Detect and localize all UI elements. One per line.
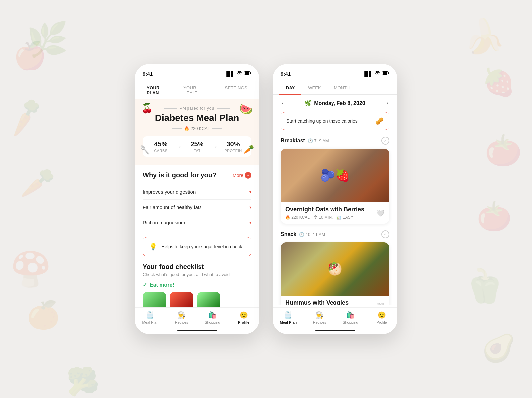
oats-info-row: Overnight Oats with Berries 🔥 220 KCAL ⏱… xyxy=(285,206,385,220)
deco-watermelon: 🍉 xyxy=(239,103,253,115)
prepared-label: Prepared for you xyxy=(143,106,251,111)
benefit-digestion[interactable]: Improves your digestion ▾ xyxy=(143,184,251,200)
oats-heart[interactable]: 🤍 xyxy=(376,209,385,217)
tab-day[interactable]: DAY xyxy=(279,81,301,94)
tip-box: 💡 Helps to keep your sugar level in chec… xyxy=(143,237,251,256)
wifi-icon-right xyxy=(375,71,380,76)
phone-left: 9:41 ▐▌▌ YOUR PLAN YOUR H xyxy=(135,64,259,334)
tip-text: Helps to keep your sugar level in check xyxy=(161,244,242,249)
date-nav: ← 🌿 Monday, Feb 8, 2020 → xyxy=(273,95,397,112)
shopping-label: Shopping xyxy=(205,320,220,324)
date-display: 🌿 Monday, Feb 8, 2020 xyxy=(305,100,365,106)
meal-plan-icon-right: 🗒️ xyxy=(284,311,292,319)
bottom-nav-left: 🗒️ Meal Plan 👨‍🍳 Recipes 🛍️ Shopping 🙂 P… xyxy=(135,307,259,334)
date-text-value: Monday, Feb 8, 2020 xyxy=(314,100,365,106)
calorie-icon: 🥜 xyxy=(375,117,384,125)
oats-info: Overnight Oats with Berries 🔥 220 KCAL ⏱… xyxy=(281,202,389,224)
why-section-header: Why is it good for you? More → xyxy=(143,171,251,179)
tab-settings[interactable]: SETTINGS xyxy=(220,81,253,99)
breakfast-time: 🕐 7–9 AM xyxy=(308,138,329,143)
fat-pct: 25% xyxy=(179,140,215,148)
more-link[interactable]: More → xyxy=(233,172,251,179)
nav-meal-plan-right[interactable]: 🗒️ Meal Plan xyxy=(273,311,304,324)
recipes-label: Recipes xyxy=(175,320,188,324)
status-icons-right: ▐▌▌ xyxy=(363,71,389,76)
snack-card[interactable]: Hummus with Veggies 🔥 150 KCAL ⏱ 5 MIN. … xyxy=(281,242,389,305)
benefit-magnesium-text: Rich in magnesium xyxy=(143,220,185,225)
chevron-down-icon: ▾ xyxy=(249,190,251,194)
why-title: Why is it good for you? xyxy=(143,171,216,179)
recipes-icon: 👨‍🍳 xyxy=(177,311,186,319)
tab-month[interactable]: MONTH xyxy=(328,81,357,94)
meal-plan-label-right: Meal Plan xyxy=(280,320,297,324)
hummus-heart[interactable]: 🤍 xyxy=(376,302,385,305)
eat-more-label: ✓ Eat more! xyxy=(143,282,251,288)
breakfast-check[interactable]: ✓ xyxy=(381,137,389,145)
nav-profile-right[interactable]: 🙂 Profile xyxy=(366,311,397,324)
home-indicator-left xyxy=(177,330,217,331)
macro-protein: 30% PROTEIN xyxy=(215,140,251,153)
kcal-label: 🔥 220 KCAL xyxy=(143,126,251,131)
status-icons-left: ▐▌▌ xyxy=(225,71,251,76)
day-view-tabs: DAY WEEK MONTH xyxy=(273,81,397,95)
meal-header-snack: Snack 🕐 10–11 AM ✓ xyxy=(281,230,389,238)
breakfast-card[interactable]: Overnight Oats with Berries 🔥 220 KCAL ⏱… xyxy=(281,149,389,224)
nav-shopping-left[interactable]: 🛍️ Shopping xyxy=(197,311,228,324)
plan-title: Diabetes Meal Plan xyxy=(143,113,251,123)
profile-icon-right: 🙂 xyxy=(378,311,386,319)
tab-your-health[interactable]: YOUR HEALTH xyxy=(178,81,219,99)
hummus-image xyxy=(281,242,389,296)
macro-carbs: 45% CARBS xyxy=(143,140,179,153)
oats-name-text: Overnight Oats with Berries xyxy=(285,206,364,213)
more-arrow: → xyxy=(245,172,251,179)
background-decorations: 🌿 🍎 🥕 🥕 🍄 🍊 🍌 🍓 🍅 🍅 🫑 🥑 🥦 xyxy=(0,0,532,398)
benefit-fats[interactable]: Fair amount of healthy fats ▾ xyxy=(143,200,251,215)
nav-profile-left[interactable]: 🙂 Profile xyxy=(228,311,259,324)
checklist-subtitle: Check what's good for you, and what to a… xyxy=(143,272,251,277)
nav-recipes-right[interactable]: 👨‍🍳 Recipes xyxy=(304,311,335,324)
svg-rect-3 xyxy=(383,72,387,75)
breakfast-title: Breakfast 🕐 7–9 AM xyxy=(281,138,329,144)
svg-rect-1 xyxy=(245,72,249,75)
snack-title: Snack 🕐 10–11 AM xyxy=(281,231,325,237)
wifi-icon xyxy=(237,71,242,76)
time-left: 9:41 xyxy=(143,71,153,77)
oats-time: ⏱ 10 MIN. xyxy=(314,215,332,220)
protein-name: PROTEIN xyxy=(215,149,251,153)
status-bar-right: 9:41 ▐▌▌ xyxy=(273,64,397,79)
hero-section: 🍒 🍉 🥄 🥕 Prepared for you Diabetes Meal P… xyxy=(135,100,259,165)
more-label: More xyxy=(233,173,243,178)
hummus-info-row: Hummus with Veggies 🔥 150 KCAL ⏱ 5 MIN. … xyxy=(285,299,385,305)
date-prev-arrow[interactable]: ← xyxy=(281,100,287,107)
oats-image xyxy=(281,149,389,202)
calorie-text: Start catching up on those calories xyxy=(286,118,358,124)
oats-difficulty: 📊 EASY xyxy=(336,215,353,220)
signal-icon-right: ▐▌▌ xyxy=(363,71,373,76)
carbs-pct: 45% xyxy=(143,140,179,148)
hummus-name: Hummus with Veggies 🔥 150 KCAL ⏱ 5 MIN. … xyxy=(285,299,351,305)
benefit-magnesium[interactable]: Rich in magnesium ▾ xyxy=(143,215,251,230)
macros-row: 45% CARBS 25% FAT 30% PROTEIN xyxy=(143,136,251,157)
deco-cherry: 🍒 xyxy=(141,103,153,114)
nav-recipes-left[interactable]: 👨‍🍳 Recipes xyxy=(166,311,197,324)
signal-icon: ▐▌▌ xyxy=(225,71,235,76)
nav-meal-plan-left[interactable]: 🗒️ Meal Plan xyxy=(135,311,166,324)
profile-label-right: Profile xyxy=(377,320,387,324)
tab-week[interactable]: WEEK xyxy=(301,81,327,94)
tab-your-plan[interactable]: YOUR PLAN xyxy=(141,81,178,99)
snack-check[interactable]: ✓ xyxy=(381,230,389,238)
home-indicator-right xyxy=(315,330,355,331)
checklist-title: Your food checklist xyxy=(143,263,251,271)
benefit-fats-text: Fair amount of healthy fats xyxy=(143,204,202,210)
bottom-nav-right: 🗒️ Meal Plan 👨‍🍳 Recipes 🛍️ Shopping 🙂 P… xyxy=(273,307,397,334)
carbs-name: CARBS xyxy=(143,149,179,153)
meal-section-breakfast: Breakfast 🕐 7–9 AM ✓ Overnight Oats with… xyxy=(281,137,389,224)
nav-shopping-right[interactable]: 🛍️ Shopping xyxy=(335,311,366,324)
fat-name: FAT xyxy=(179,149,215,153)
shopping-icon: 🛍️ xyxy=(208,311,217,319)
shopping-label-right: Shopping xyxy=(343,320,358,324)
snack-time: 🕐 10–11 AM xyxy=(299,232,325,237)
date-next-arrow[interactable]: → xyxy=(383,100,389,107)
status-bar-left: 9:41 ▐▌▌ xyxy=(135,64,259,79)
time-right: 9:41 xyxy=(281,71,291,77)
